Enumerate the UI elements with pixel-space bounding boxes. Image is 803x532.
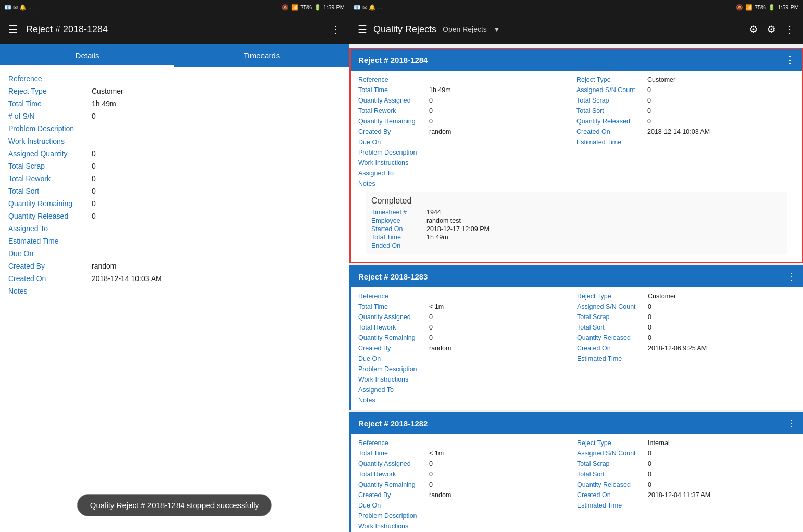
signal-icon: 🔕 — [282, 4, 289, 11]
reject-card-menu-button[interactable]: ⋮ — [785, 54, 795, 66]
reject-field-value: 0 — [429, 481, 433, 489]
toast-message: Quality Reject # 2018-1284 stopped succe… — [77, 494, 272, 516]
toolbar-icons: ⚙ ⚙ ⋮ — [749, 23, 795, 35]
reject-field-label: Reference — [358, 293, 426, 301]
reject-field-row: Created Byrandom — [358, 490, 577, 501]
reject-card[interactable]: Reject # 2018-1283⋮ReferenceTotal Time< … — [349, 265, 803, 410]
completed-field-label: Total Time — [371, 234, 423, 241]
right-hamburger-menu-button[interactable]: ☰ — [358, 23, 367, 35]
reject-field-label: Reference — [358, 439, 426, 448]
sort-icon[interactable]: ⚙ — [767, 23, 776, 35]
field-value: 0 — [92, 174, 96, 183]
reject-card[interactable]: Reject # 2018-1282⋮ReferenceTotal Time< … — [349, 412, 803, 532]
right-signal-icon: 🔕 — [736, 4, 743, 11]
open-rejects-dropdown[interactable]: Open Rejects — [443, 25, 487, 33]
reject-card[interactable]: Reject # 2018-1284⋮ReferenceTotal Time1h… — [349, 48, 803, 263]
reject-right-col: Reject TypeInternalAssigned S/N Count0To… — [577, 438, 796, 532]
reject-card-header: Reject # 2018-1282⋮ — [351, 412, 803, 434]
reject-field-label: Quantity Remaining — [358, 118, 426, 126]
left-status-bar: 📧 ✉ 🔔 ... 🔕 📶 75% 🔋 1:59 PM — [0, 0, 349, 15]
reject-card-body: ReferenceTotal Time1h 49mQuantity Assign… — [351, 71, 802, 262]
filter-icon[interactable]: ⚙ — [749, 23, 758, 35]
reject-field-row: Notes — [358, 396, 577, 406]
reject-field-value: 0 — [647, 107, 651, 116]
right-status-icons-left: 📧 ✉ 🔔 ... — [354, 4, 382, 11]
reject-card-menu-button[interactable]: ⋮ — [786, 417, 796, 429]
right-battery-text: 75% — [755, 4, 766, 11]
reject-field-value: Customer — [648, 293, 676, 301]
right-panel: 📧 ✉ 🔔 ... 🔕 📶 75% 🔋 1:59 PM ☰ Quality Re… — [349, 0, 803, 532]
completed-field-value: random test — [426, 217, 461, 224]
reject-field-label: Due On — [358, 138, 426, 147]
status-icons-right: 🔕 📶 75% 🔋 1:59 PM — [282, 4, 345, 11]
tab-details[interactable]: Details — [0, 44, 174, 67]
reject-field-label: Total Time — [358, 450, 426, 458]
reject-field-label: Estimated Time — [577, 502, 645, 510]
field-row: Created On2018-12-14 10:03 AM — [8, 273, 341, 285]
reject-field-row: Total Rework0 — [358, 323, 577, 333]
field-label: Reject Type — [8, 87, 92, 95]
reject-field-row: Total Scrap0 — [576, 96, 795, 106]
reject-field-label: Quantity Released — [577, 481, 645, 489]
reject-field-row: Total Time< 1m — [358, 449, 577, 459]
dropdown-arrow-icon[interactable]: ▼ — [493, 25, 500, 33]
right-time-display: 1:59 PM — [777, 4, 799, 11]
reject-field-label: Total Rework — [358, 471, 426, 479]
reject-field-row: Due On — [358, 354, 577, 364]
reject-field-row: Estimated Time — [576, 137, 795, 148]
reject-left-col: ReferenceTotal Time1h 49mQuantity Assign… — [358, 75, 576, 189]
reject-field-row: Reference — [358, 75, 576, 85]
notification-icons: 📧 ✉ 🔔 ... — [4, 4, 33, 11]
reject-field-label: Created On — [577, 345, 645, 353]
reject-left-col: ReferenceTotal Time< 1mQuantity Assigned… — [358, 292, 577, 406]
field-row: Due On — [8, 248, 341, 260]
field-label: Assigned To — [8, 224, 92, 233]
reject-fields-grid: ReferenceTotal Time< 1mQuantity Assigned… — [358, 438, 796, 532]
reject-field-value: 2018-12-06 9:25 AM — [648, 345, 707, 353]
reject-field-value: 0 — [647, 118, 651, 126]
reject-field-value: random — [429, 491, 451, 500]
reject-card-body: ReferenceTotal Time< 1mQuantity Assigned… — [351, 434, 803, 532]
reject-field-label: Created On — [576, 128, 644, 136]
right-more-options-button[interactable]: ⋮ — [784, 23, 795, 35]
reject-field-value: random — [429, 128, 451, 136]
reject-field-label: Created By — [358, 345, 426, 353]
reject-card-menu-button[interactable]: ⋮ — [786, 271, 796, 282]
field-value: 1h 49m — [92, 99, 116, 108]
reject-field-value: Customer — [647, 76, 675, 84]
field-label: Problem Description — [8, 124, 92, 133]
details-content: ReferenceReject TypeCustomerTotal Time1h… — [0, 67, 349, 532]
tab-timecards[interactable]: Timecards — [174, 44, 349, 67]
field-value: 2018-12-14 10:03 AM — [92, 274, 162, 283]
reject-field-row: Reject TypeCustomer — [576, 75, 795, 85]
reject-field-row: Assigned S/N Count0 — [576, 85, 795, 96]
hamburger-menu-button[interactable]: ☰ — [8, 23, 18, 35]
reject-field-label: Total Rework — [358, 107, 426, 116]
reject-field-label: Created On — [577, 491, 645, 500]
reject-field-row: Quantity Released0 — [577, 480, 796, 490]
field-row: Assigned To — [8, 223, 341, 235]
right-status-icons-right: 🔕 📶 75% 🔋 1:59 PM — [736, 4, 799, 11]
field-label: Due On — [8, 249, 92, 258]
reject-field-value: 0 — [429, 471, 433, 479]
wifi-icon: 📶 — [291, 4, 298, 11]
reject-field-label: Notes — [358, 397, 426, 405]
more-options-button[interactable]: ⋮ — [330, 23, 341, 35]
reject-card-header: Reject # 2018-1283⋮ — [351, 265, 803, 287]
reject-field-value: 0 — [429, 313, 433, 322]
field-row: Work Instructions — [8, 135, 341, 148]
field-row: # of S/N0 — [8, 110, 341, 123]
reject-field-row: Created On2018-12-14 10:03 AM — [576, 127, 795, 137]
reject-field-row: Created On2018-12-06 9:25 AM — [577, 344, 796, 354]
completed-title: Completed — [371, 196, 782, 206]
field-value: 0 — [92, 112, 96, 120]
reject-field-row: Total Rework0 — [358, 470, 577, 480]
reject-field-row: Quantity Released0 — [576, 117, 795, 127]
reject-field-label: Created By — [358, 491, 426, 500]
field-value: 0 — [92, 162, 96, 170]
field-label: Reference — [8, 74, 92, 83]
field-row: Quantity Released0 — [8, 210, 341, 223]
reject-field-label: Estimated Time — [577, 355, 645, 363]
reject-field-row: Total Scrap0 — [577, 312, 796, 323]
field-row: Assigned Quantity0 — [8, 148, 341, 160]
